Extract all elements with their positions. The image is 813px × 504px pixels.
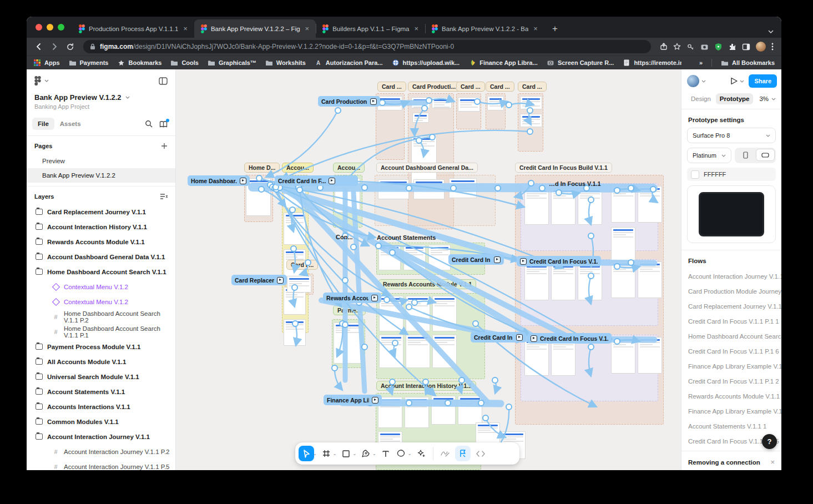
connection-node[interactable] [376,243,381,249]
flow-item[interactable]: Account Interaction Journey V.1.1 1 [681,269,781,284]
comment-tool-chevron[interactable]: ⌄ [408,451,412,456]
connection-node[interactable] [412,300,417,305]
layers-sort-icon[interactable] [160,193,168,200]
connection-node[interactable] [528,180,534,186]
connection-node[interactable] [506,404,512,410]
connection-node[interactable] [539,185,545,191]
connection-node[interactable] [351,244,356,250]
connection-node[interactable] [342,322,348,327]
browser-tab[interactable]: Bank App Preview V.1.2.2 - Ba× [425,19,544,38]
figma-main-menu[interactable] [34,76,49,85]
side-panel-icon[interactable] [742,43,750,51]
bookmark-item[interactable]: https://upload.wik... [392,59,460,67]
bookmark-star-icon[interactable] [673,43,681,51]
connection-node[interactable] [650,187,656,192]
connection-node[interactable] [392,340,398,346]
zoom-level[interactable]: 3% [759,95,776,102]
flow-connection[interactable] [477,102,508,104]
flow-connection[interactable] [589,200,591,225]
connection-node[interactable] [445,400,451,406]
connection-node[interactable] [380,100,385,105]
prototype-panel-icon[interactable] [455,446,471,461]
connection-node[interactable] [492,377,498,383]
forward-button[interactable] [48,40,61,53]
layer-row[interactable]: Home Dashboard Account Search V.1.1 [27,264,175,279]
layer-row[interactable]: Contextual Menu V.1.2 [27,294,175,309]
device-select[interactable]: Surface Pro 8 [687,128,776,143]
page-item[interactable]: Bank App Preview V.1.2.2 [27,168,175,183]
connection-node[interactable] [483,415,488,421]
frame-tool-button[interactable] [319,446,334,461]
connection-node[interactable] [614,339,620,344]
password-manager-extension-icon[interactable] [686,43,695,51]
layer-row[interactable]: #Account Interaction Journey V.1.1 P.2 [27,444,175,459]
flow-connection[interactable] [415,108,425,136]
connection-node[interactable] [588,273,594,279]
connection-node[interactable] [628,260,634,265]
layer-row[interactable]: #Home Dashboard Account Search V.1.1 P.2 [27,309,175,324]
browser-tab[interactable]: Bank App Preview V.1.2.2 – Fig× [194,19,316,38]
tab-assets[interactable]: Assets [54,118,87,130]
flow-connection[interactable] [295,324,297,346]
layer-row[interactable]: Account Interaction History V.1.1 [27,219,175,234]
connection-node[interactable] [342,278,348,283]
back-button[interactable] [32,40,46,53]
screen-capture-extension-icon[interactable] [700,43,709,51]
connection-node[interactable] [416,138,422,143]
connection-node[interactable] [430,134,435,140]
bookmark-item[interactable]: AAutorizacion Para... [315,59,383,67]
library-icon[interactable] [159,120,168,128]
connection-node[interactable] [426,98,432,103]
layer-row[interactable]: Card Replacement Journey V.1.1 [27,204,175,219]
new-tab-button[interactable]: + [548,22,562,36]
connection-node[interactable] [290,207,295,213]
tab-close-icon[interactable]: × [532,24,539,33]
browser-menu-icon[interactable] [771,43,774,51]
device-model-select[interactable]: Platinum [687,148,731,163]
connection-node[interactable] [291,246,296,251]
flow-connection[interactable] [266,110,338,177]
move-tool-chevron[interactable]: ⌄ [313,451,317,456]
connection-node[interactable] [406,304,412,310]
layer-row[interactable]: Account Statements V.1.1 [27,384,175,399]
connection-node[interactable] [527,108,533,113]
flow-item[interactable]: Finance App Library Example V.1.3 1 [681,404,781,419]
flow-label-pill[interactable]: Card Replacem... [231,275,287,285]
connection-node[interactable] [527,129,533,134]
bookmark-item[interactable]: Finance App Libra... [468,59,538,67]
actions-tool-button[interactable] [413,446,429,461]
tab-prototype[interactable]: Prototype [716,93,754,104]
connection-node[interactable] [297,187,302,193]
adblock-extension-icon[interactable] [714,43,723,51]
connection-node[interactable] [459,377,464,383]
tip-close-icon[interactable]: × [770,458,775,466]
layer-row[interactable]: Universal Search Module V.1.1 [27,369,175,384]
connection-node[interactable] [451,185,456,191]
bookmark-item[interactable]: Graphicals™ [208,59,256,67]
present-chevron[interactable] [740,80,744,83]
layer-row[interactable]: Account Dashboard General Data V.1.1 [27,249,175,264]
shape-tool-chevron[interactable]: ⌄ [352,451,356,456]
flow-item[interactable]: Credit Card In Focus V.1.1 P.1 6 [681,344,781,359]
layer-row[interactable]: Rewards Accounts Module V.1.1 [27,234,175,249]
connection-node[interactable] [259,187,264,192]
layer-row[interactable]: Payment Process Module V.1.1 [27,339,175,354]
tab-file[interactable]: File [32,118,54,130]
zoom-window-button[interactable] [58,24,64,31]
layer-row[interactable]: Contextual Menu V.1.2 [27,279,175,294]
flow-label-pill[interactable]: Credit Card In F... [448,254,504,265]
flow-connection[interactable] [589,347,591,376]
connection-node[interactable] [384,297,390,303]
connection-node[interactable] [256,175,262,181]
connection-node[interactable] [292,285,297,290]
flow-connection[interactable] [589,276,591,304]
layer-row[interactable]: #Home Dashboard Account Search V.1.1 P.1 [27,324,175,339]
flow-connection[interactable] [486,418,506,437]
flow-item[interactable]: Card Replacement Journey V.1.1 Preview 1 [681,299,781,314]
flow-connection[interactable] [294,249,295,273]
page-item[interactable]: Preview [27,154,175,168]
connection-node[interactable] [292,321,298,326]
connection-node[interactable] [473,321,478,326]
connection-node[interactable] [495,185,501,191]
connection-node[interactable] [506,102,512,108]
